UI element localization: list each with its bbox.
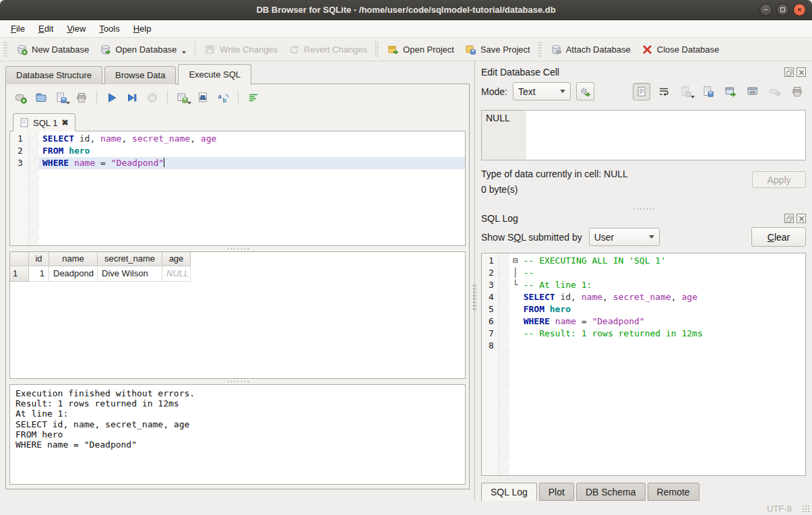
sql-tab-label: SQL 1 bbox=[33, 118, 57, 128]
fold-marker-icon[interactable]: ⊟ bbox=[513, 255, 524, 266]
find-button[interactable] bbox=[194, 89, 212, 107]
open-external-button[interactable] bbox=[722, 83, 739, 100]
toggle-comment-button[interactable] bbox=[245, 89, 262, 107]
sql-log-view: 12345678 ⊟ -- EXECUTING ALL IN 'SQL 1'│ … bbox=[481, 253, 806, 476]
format-sql-icon: ab bbox=[217, 92, 229, 104]
print-cell-icon bbox=[791, 86, 803, 98]
menu-tools[interactable]: Tools bbox=[92, 21, 126, 36]
button-label: Open Project bbox=[403, 44, 454, 55]
tab-db-schema[interactable]: DB Schema bbox=[576, 483, 646, 501]
filter-label: Show SQL submitted by bbox=[481, 232, 582, 243]
tab-sql-log[interactable]: SQL Log bbox=[481, 483, 537, 501]
code-line: -- Result: 1 rows returned in 12ms bbox=[509, 328, 805, 340]
attach-database-button[interactable]: Attach Database bbox=[545, 40, 636, 59]
toolbar-drag-handle[interactable] bbox=[375, 41, 379, 57]
cell[interactable]: 1 bbox=[29, 266, 49, 282]
dropdown-caret-icon bbox=[187, 102, 191, 104]
submitted-by-select[interactable]: User bbox=[589, 228, 660, 246]
open-sql-file-icon bbox=[35, 92, 47, 104]
splitter-editor-results[interactable] bbox=[9, 246, 466, 251]
set-null-button bbox=[766, 83, 784, 100]
editor-code[interactable]: SELECT id, name, secret_name, ageFROM he… bbox=[39, 131, 465, 245]
float-panel-icon[interactable] bbox=[784, 214, 794, 223]
toolbar-separator bbox=[167, 90, 168, 105]
sql-editor[interactable]: 123 SELECT id, name, secret_name, ageFRO… bbox=[9, 131, 466, 246]
cell[interactable]: Deadpond bbox=[49, 266, 98, 282]
clear-log-button[interactable]: Clear bbox=[751, 227, 806, 247]
cell[interactable]: Dive Wilson bbox=[98, 266, 162, 282]
tab-sql-1[interactable]: SQL 1 ✖ bbox=[13, 113, 75, 131]
column-header-id[interactable]: id bbox=[29, 252, 49, 266]
stop-icon bbox=[146, 92, 158, 104]
export-data-button[interactable] bbox=[699, 83, 717, 100]
line-number: 8 bbox=[485, 340, 499, 352]
left-panel: Database StructureBrowse DataExecute SQL… bbox=[0, 61, 474, 502]
tab-database-structure[interactable]: Database Structure bbox=[5, 66, 102, 84]
column-header-age[interactable]: age bbox=[162, 252, 191, 266]
minimize-button[interactable]: − bbox=[759, 3, 772, 16]
auto-switch-mode-button[interactable] bbox=[576, 82, 594, 100]
toolbar-drag-handle[interactable] bbox=[538, 41, 542, 57]
toolbar-separator bbox=[238, 90, 239, 105]
titlebar[interactable]: DB Browser for SQLite - /home/user/code/… bbox=[0, 0, 812, 20]
button-label: Close Database bbox=[657, 44, 720, 55]
toolbar-drag-handle[interactable] bbox=[3, 41, 7, 57]
cell-text-area[interactable] bbox=[526, 111, 805, 160]
toolbar-separator bbox=[96, 90, 97, 105]
open-project-icon bbox=[387, 44, 399, 55]
button-label: Revert Changes bbox=[304, 44, 367, 55]
print-sql-button[interactable] bbox=[73, 89, 90, 107]
close-tab-icon[interactable]: ✖ bbox=[61, 118, 68, 127]
open-database-button[interactable]: Open Database bbox=[94, 40, 191, 59]
tab-execute-sql[interactable]: Execute SQL bbox=[178, 64, 251, 85]
tab-remote[interactable]: Remote bbox=[648, 483, 699, 501]
fold-marker-icon: └ bbox=[513, 280, 524, 290]
close-database-button[interactable]: Close Database bbox=[636, 40, 725, 59]
menu-help[interactable]: Help bbox=[127, 21, 158, 36]
new-sql-tab-button[interactable] bbox=[12, 89, 30, 107]
set-null-icon bbox=[769, 86, 781, 98]
cell-value-editor[interactable]: NULL bbox=[481, 110, 806, 160]
copy-link-button[interactable] bbox=[744, 83, 761, 100]
text-mode-button[interactable] bbox=[633, 83, 650, 100]
splitter-results-message[interactable] bbox=[9, 379, 466, 384]
menu-view[interactable]: View bbox=[60, 21, 92, 36]
execute-all-button[interactable] bbox=[103, 89, 121, 107]
resize-grip-icon[interactable] bbox=[802, 505, 810, 513]
close-button[interactable]: × bbox=[793, 3, 806, 16]
print-cell-button[interactable] bbox=[788, 83, 806, 100]
float-panel-icon[interactable] bbox=[784, 67, 794, 77]
button-label: New Database bbox=[32, 44, 89, 55]
column-header-secret-name[interactable]: secret_name bbox=[98, 252, 162, 266]
close-panel-icon[interactable] bbox=[797, 67, 806, 77]
save-sql-file-button[interactable] bbox=[53, 89, 70, 107]
dropdown-caret-icon bbox=[182, 51, 186, 54]
column-header-name[interactable]: name bbox=[49, 252, 98, 266]
maximize-button[interactable] bbox=[776, 3, 789, 16]
dropdown-caret-icon bbox=[66, 102, 70, 104]
text-mode-icon bbox=[635, 86, 648, 98]
open-sql-file-button[interactable] bbox=[32, 89, 50, 107]
row-number[interactable]: 1 bbox=[10, 266, 29, 282]
menu-edit[interactable]: Edit bbox=[32, 21, 60, 36]
main-tabbar: Database StructureBrowse DataExecute SQL bbox=[5, 63, 253, 84]
execute-current-line-button[interactable] bbox=[123, 89, 141, 107]
save-project-button[interactable]: Save Project bbox=[460, 40, 536, 59]
cell-info: Type of data currently in cell: NULL 0 b… bbox=[481, 169, 806, 206]
export-results-button[interactable] bbox=[174, 89, 191, 107]
menu-file[interactable]: File bbox=[4, 21, 32, 36]
encoding-indicator: UTF-8 bbox=[767, 504, 792, 514]
tab-browse-data[interactable]: Browse Data bbox=[104, 66, 176, 84]
open-project-button[interactable]: Open Project bbox=[382, 40, 460, 59]
tab-plot[interactable]: Plot bbox=[539, 483, 574, 501]
splitter-cell-log[interactable] bbox=[481, 206, 806, 212]
cell[interactable]: NULL bbox=[162, 266, 191, 282]
word-wrap-button[interactable] bbox=[655, 83, 673, 100]
mode-select[interactable]: Text bbox=[513, 82, 571, 100]
splitter-panels[interactable] bbox=[472, 284, 476, 311]
editor-margin bbox=[29, 131, 39, 245]
new-database-button[interactable]: New Database bbox=[11, 40, 94, 59]
close-panel-icon[interactable] bbox=[797, 214, 806, 223]
window-controls: − × bbox=[759, 3, 806, 16]
format-sql-button[interactable]: ab bbox=[214, 89, 232, 107]
